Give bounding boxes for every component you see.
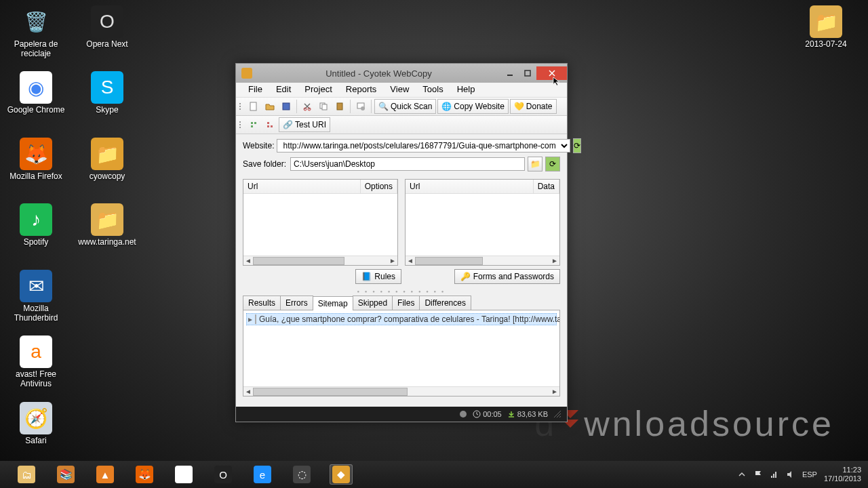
menu-help[interactable]: Help	[450, 83, 482, 97]
browse-folder-button[interactable]: 📁	[528, 157, 542, 171]
tree-collapse-button[interactable]	[246, 117, 261, 132]
mozilla-thunderbird-icon: ✉	[20, 270, 52, 302]
taskbar-steam[interactable]: ◌	[282, 461, 321, 488]
svg-rect-3	[283, 103, 290, 110]
taskbar-chrome[interactable]: ◉	[164, 461, 203, 488]
desktop-icon-mozilla-thunderbird[interactable]: ✉Mozilla Thunderbird	[5, 270, 66, 323]
flag-icon[interactable]	[753, 470, 763, 479]
forms-list[interactable]	[406, 194, 559, 256]
tab-errors[interactable]: Errors	[280, 296, 313, 310]
downloadsource-watermark: d wnloadsource	[534, 403, 834, 444]
rules-scrollbar[interactable]: ◄►	[243, 256, 397, 265]
maximize-button[interactable]	[519, 66, 536, 80]
skype-icon: S	[91, 71, 123, 104]
forms-passwords-button[interactable]: 🔑Forms and Passwords	[454, 269, 560, 284]
test-uri-button[interactable]: 🔗Test URI	[279, 117, 330, 132]
desktop-icon-avast[interactable]: aavast! Free Antivirus	[5, 336, 66, 388]
key-icon: 🔑	[460, 272, 471, 281]
splitter-handle[interactable]: ● ● ● ● ● ● ● ● ● ● ● ●	[236, 287, 567, 296]
tab-differences[interactable]: Differences	[419, 296, 471, 310]
taskbar-firefox[interactable]: 🦊	[125, 461, 164, 488]
new-button[interactable]	[246, 99, 261, 114]
website-input[interactable]: http://www.taringa.net/posts/celulares/1…	[277, 139, 570, 152]
desktop-icon-google-chrome[interactable]: ◉Google Chrome	[5, 71, 66, 115]
taskbar: 🗂📚▲🦊◉Oe◌◆ ESP 11:23 17/10/2013	[0, 461, 868, 488]
toolbar-grip[interactable]	[239, 103, 243, 110]
forms-scrollbar[interactable]: ◄►	[406, 256, 559, 265]
menu-tools[interactable]: Tools	[416, 83, 450, 97]
rules-button[interactable]: 📘Rules	[355, 269, 401, 284]
resize-grip-icon[interactable]	[553, 410, 561, 418]
menu-edit[interactable]: Edit	[269, 83, 298, 97]
forms-col-data[interactable]: Data	[534, 180, 559, 193]
tab-results[interactable]: Results	[243, 296, 281, 310]
svg-rect-0	[507, 75, 513, 76]
forms-col-url[interactable]: Url	[406, 180, 534, 193]
settings-button[interactable]	[353, 99, 368, 114]
save-button[interactable]	[279, 99, 294, 114]
icon-label: Mozilla Firefox	[5, 171, 66, 181]
close-button[interactable]	[536, 66, 567, 80]
menu-file[interactable]: File	[241, 83, 269, 97]
cut-button[interactable]	[300, 99, 315, 114]
toolbar-grip[interactable]	[239, 121, 243, 128]
desktop-icon-taringa-folder[interactable]: 📁www.taringa.net	[77, 203, 138, 247]
taskbar-cyotek-webcopy[interactable]: ◆	[321, 461, 361, 488]
tab-files[interactable]: Files	[392, 296, 420, 310]
result-tabs: ResultsErrorsSitemapSkippedFilesDifferen…	[236, 296, 567, 310]
desktop-icon-folder-2013-07-24[interactable]: 📁2013-07-24	[795, 5, 856, 49]
taskbar-vlc[interactable]: ▲	[85, 461, 125, 488]
donate-button[interactable]: 💛Donate	[510, 99, 557, 114]
sitemap-row[interactable]: ▸ Guía, ¿que smartphone comprar? compara…	[246, 313, 557, 325]
icon-label: avast! Free Antivirus	[5, 369, 66, 388]
go-website-button[interactable]: ⟳	[573, 138, 581, 153]
tab-skipped[interactable]: Skipped	[353, 296, 393, 310]
paste-button[interactable]	[332, 99, 347, 114]
rules-col-url[interactable]: Url	[243, 180, 361, 193]
desktop-icon-cyowcopy[interactable]: 📁cyowcopy	[77, 138, 138, 181]
desktop-icon-spotify[interactable]: ♪Spotify	[5, 203, 66, 247]
desktop-icon-safari[interactable]: 🧭Safari	[5, 402, 66, 445]
menu-view[interactable]: View	[383, 83, 416, 97]
icon-label: Papelera de reciclaje	[5, 39, 66, 58]
desktop-icon-mozilla-firefox[interactable]: 🦊Mozilla Firefox	[5, 138, 66, 181]
save-folder-input[interactable]	[290, 157, 525, 171]
title-bar[interactable]: Untitled - Cyotek WebCopy	[236, 64, 567, 83]
sitemap-scrollbar[interactable]: ◄►	[243, 386, 559, 396]
tab-sitemap[interactable]: Sitemap	[313, 296, 353, 310]
taskbar-libraries[interactable]: 📚	[46, 461, 85, 488]
svg-rect-20	[773, 474, 774, 478]
clock[interactable]: 11:23 17/10/2013	[824, 466, 861, 483]
network-icon[interactable]	[770, 470, 779, 479]
tray-expand-icon[interactable]	[737, 470, 747, 479]
menu-project[interactable]: Project	[298, 83, 338, 97]
icon-label: Google Chrome	[5, 105, 66, 115]
desktop-icon-opera-next[interactable]: OOpera Next	[77, 5, 138, 49]
taskbar-ie[interactable]: e	[243, 461, 282, 488]
tree-expand-button[interactable]	[262, 117, 277, 132]
taskbar-opera[interactable]: O	[203, 461, 243, 488]
download-icon	[507, 410, 515, 418]
taskbar-file-explorer[interactable]: 🗂	[7, 461, 46, 488]
quick-scan-button[interactable]: 🔍Quick Scan	[374, 99, 436, 114]
panes-area: Url Options ◄► Url Data ◄►	[236, 179, 567, 266]
menu-reports[interactable]: Reports	[339, 83, 384, 97]
link-status-icon	[459, 410, 467, 418]
menu-bar: FileEditProjectReportsViewToolsHelp	[236, 83, 567, 98]
rules-col-options[interactable]: Options	[361, 180, 397, 193]
icon-label: Opera Next	[77, 39, 138, 49]
copy-button[interactable]	[316, 99, 331, 114]
mozilla-firefox-icon: 🦊	[20, 138, 52, 170]
rules-icon: 📘	[361, 272, 372, 281]
minimize-button[interactable]	[501, 66, 519, 80]
desktop-icon-recycle-bin[interactable]: 🗑️Papelera de reciclaje	[5, 5, 66, 58]
open-button[interactable]	[262, 99, 277, 114]
keyboard-language[interactable]: ESP	[802, 470, 817, 479]
open-folder-button[interactable]: ⟳	[545, 157, 560, 171]
volume-icon[interactable]	[786, 470, 795, 479]
desktop-icon-skype[interactable]: SSkype	[77, 71, 138, 115]
copy-website-button[interactable]: 🌐Copy Website	[437, 99, 508, 114]
save-folder-label: Save folder:	[243, 159, 288, 169]
sitemap-tree[interactable]: ▸ Guía, ¿que smartphone comprar? compara…	[243, 310, 559, 386]
rules-list[interactable]	[243, 194, 397, 256]
